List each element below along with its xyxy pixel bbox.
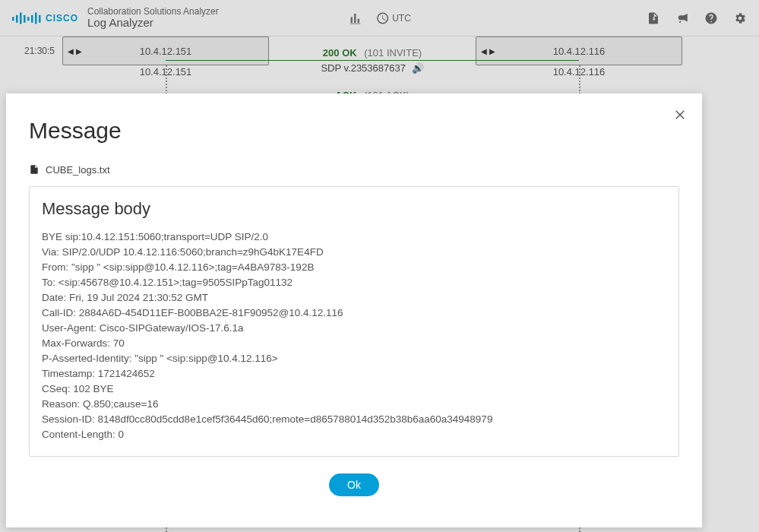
file-icon	[29, 163, 40, 176]
message-line: Reason: Q.850;cause=16	[42, 397, 666, 412]
svg-rect-7	[39, 14, 41, 22]
bar-chart-icon[interactable]	[348, 11, 362, 25]
clock-icon	[375, 11, 389, 25]
message-line: User-Agent: Cisco-SIPGateway/IOS-17.6.1a	[42, 321, 666, 336]
brand-titles: Collaboration Solutions Analyzer Log Ana…	[87, 7, 219, 30]
message-modal: Message CUBE_logs.txt Message body BYE s…	[6, 93, 702, 527]
message-line: P-Asserted-Identity: "sipp " <sip:sipp@1…	[42, 351, 666, 366]
svg-rect-3	[24, 14, 26, 22]
svg-rect-6	[35, 12, 37, 24]
close-icon	[673, 107, 687, 121]
time-gutter: 21:30:5	[0, 36, 62, 65]
msg-200ok-label: 200 OK	[323, 47, 357, 59]
utc-label: UTC	[392, 13, 411, 24]
message-line: Call-ID: 2884A6D-454D11EF-B00BBA2E-81F90…	[42, 306, 666, 321]
speaker-icon[interactable]: 🔊	[412, 62, 424, 74]
topbar-right	[647, 11, 747, 25]
svg-rect-1	[16, 14, 18, 22]
svg-rect-4	[27, 17, 30, 21]
topbar: CISCO Collaboration Solutions Analyzer L…	[0, 0, 759, 36]
ok-button[interactable]: Ok	[329, 473, 379, 496]
msg-200ok[interactable]: 200 OK (101 INVITE) SDP v.2353687637 🔊	[166, 47, 579, 74]
app-title: Collaboration Solutions Analyzer	[87, 7, 219, 17]
page-title: Log Analyzer	[87, 17, 219, 30]
message-line: CSeq: 102 BYE	[42, 382, 666, 397]
message-line: Date: Fri, 19 Jul 2024 21:30:52 GMT	[42, 290, 666, 306]
help-icon[interactable]	[704, 11, 718, 25]
message-line: To: <sip:45678@10.4.12.151>;tag=9505SIPp…	[42, 275, 666, 290]
message-body-heading: Message body	[42, 199, 666, 219]
message-line: From: "sipp " <sip:sipp@10.4.12.116>;tag…	[42, 260, 666, 275]
message-body-lines: BYE sip:10.4.12.151:5060;transport=UDP S…	[42, 230, 666, 442]
timezone-indicator[interactable]: UTC	[375, 11, 411, 25]
megaphone-icon[interactable]	[675, 11, 689, 25]
svg-rect-5	[31, 14, 33, 22]
message-line: BYE sip:10.4.12.151:5060;transport=UDP S…	[42, 230, 666, 245]
svg-rect-0	[12, 17, 14, 21]
message-line: Max-Forwards: 70	[42, 336, 666, 351]
download-icon[interactable]	[647, 11, 660, 25]
row-time: 21:30:5	[24, 46, 55, 56]
message-line: Session-ID: 8148df0cc80d5cdd8e1cef5f3644…	[42, 412, 666, 427]
message-body-card: Message body BYE sip:10.4.12.151:5060;tr…	[29, 186, 679, 457]
msg-200ok-sub: (101 INVITE)	[364, 47, 422, 59]
source-filename: CUBE_logs.txt	[46, 164, 110, 176]
msg-sdp: SDP v.2353687637	[321, 62, 406, 74]
endpoint-left-nav[interactable]: ◀ ▶	[68, 47, 82, 55]
svg-rect-2	[20, 12, 22, 24]
cisco-logo: CISCO	[12, 11, 78, 26]
cisco-bars-icon	[12, 11, 43, 26]
gear-icon[interactable]	[733, 11, 747, 25]
message-line: Content-Length: 0	[42, 427, 666, 442]
msg-200ok-rule	[166, 60, 579, 61]
message-line: Via: SIP/2.0/UDP 10.4.12.116:5060;branch…	[42, 245, 666, 260]
logo-text: CISCO	[46, 13, 78, 24]
source-file: CUBE_logs.txt	[29, 163, 679, 176]
modal-title: Message	[29, 118, 679, 144]
close-button[interactable]	[672, 106, 688, 122]
topbar-center: UTC	[348, 11, 411, 25]
message-line: Timestamp: 1721424652	[42, 366, 666, 382]
